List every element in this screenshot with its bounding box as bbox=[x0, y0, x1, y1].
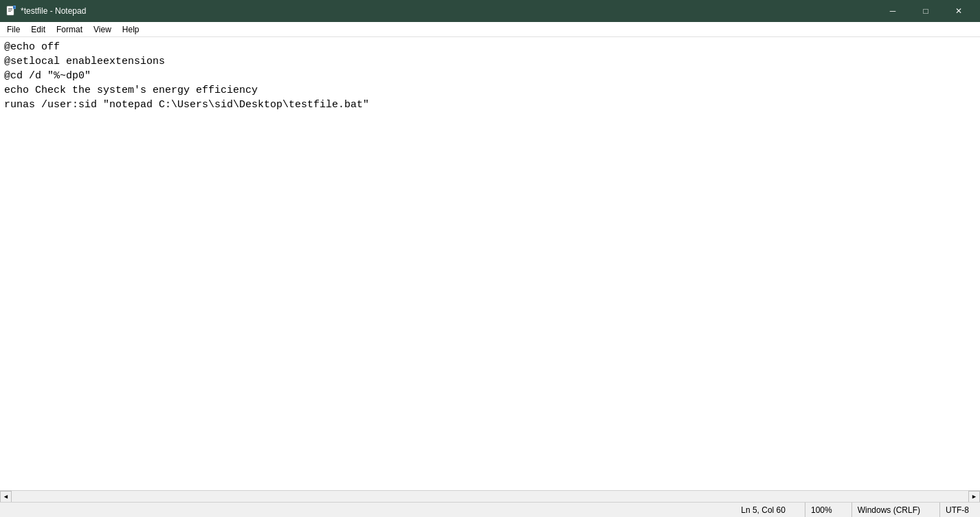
menu-view[interactable]: View bbox=[88, 22, 117, 36]
editor-container bbox=[0, 37, 980, 490]
scroll-track[interactable] bbox=[12, 491, 968, 503]
line-ending[interactable]: Windows (CRLF) bbox=[851, 503, 926, 517]
title-bar: *testfile - Notepad ─ □ ✕ bbox=[0, 0, 980, 22]
menu-file[interactable]: File bbox=[1, 22, 25, 36]
menu-help[interactable]: Help bbox=[117, 22, 145, 36]
title-bar-left: *testfile - Notepad bbox=[5, 6, 86, 16]
horizontal-scrollbar[interactable]: ◀ ▶ bbox=[0, 490, 980, 502]
text-editor[interactable] bbox=[0, 37, 980, 490]
svg-rect-0 bbox=[7, 6, 14, 15]
scroll-right-button[interactable]: ▶ bbox=[968, 491, 980, 503]
svg-rect-3 bbox=[8, 11, 11, 12]
minimize-button[interactable]: ─ bbox=[877, 0, 909, 22]
menu-bar: File Edit Format View Help bbox=[0, 22, 980, 37]
maximize-button[interactable]: □ bbox=[910, 0, 942, 22]
menu-format[interactable]: Format bbox=[51, 22, 88, 36]
title-controls: ─ □ ✕ bbox=[877, 0, 975, 22]
cursor-position: Ln 5, Col 60 bbox=[735, 503, 791, 517]
close-button[interactable]: ✕ bbox=[943, 0, 975, 22]
zoom-level[interactable]: 100% bbox=[805, 503, 838, 517]
notepad-icon bbox=[5, 6, 16, 16]
status-bar: Ln 5, Col 60 100% Windows (CRLF) UTF-8 bbox=[0, 502, 980, 517]
menu-edit[interactable]: Edit bbox=[25, 22, 51, 36]
encoding[interactable]: UTF-8 bbox=[939, 503, 975, 517]
svg-rect-1 bbox=[8, 8, 12, 9]
window-title: *testfile - Notepad bbox=[21, 6, 86, 16]
svg-rect-2 bbox=[8, 10, 12, 10]
scroll-left-button[interactable]: ◀ bbox=[0, 491, 12, 503]
